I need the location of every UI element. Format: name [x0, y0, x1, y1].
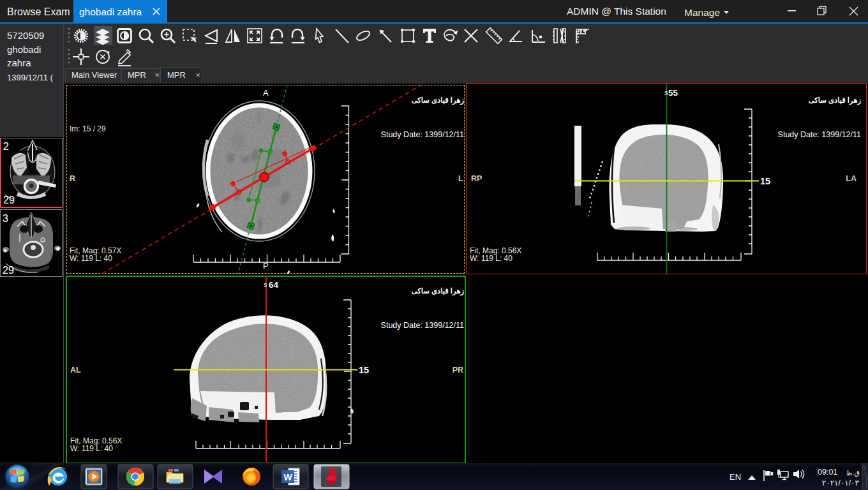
svg-text:A: A [263, 88, 269, 98]
svg-text:55: 55 [668, 88, 678, 98]
svg-text:AL: AL [70, 366, 81, 375]
svg-text:W: 119 L: 40: W: 119 L: 40 [470, 254, 513, 263]
svg-text:64: 64 [269, 280, 279, 290]
svg-text:RP: RP [471, 174, 482, 183]
svg-text:EN: EN [730, 472, 741, 482]
svg-text:زهرا قبادی ساکی: زهرا قبادی ساکی [809, 96, 862, 105]
svg-text:ق.ظ: ق.ظ [846, 469, 860, 477]
svg-text:09:01: 09:01 [818, 468, 837, 477]
svg-text:2: 2 [3, 141, 9, 152]
svg-text:Study Date: 1399/12/11: Study Date: 1399/12/11 [381, 321, 464, 330]
svg-text:LA: LA [846, 174, 857, 183]
svg-text:W: W [284, 472, 293, 482]
svg-text:زهرا قبادی ساکی: زهرا قبادی ساکی [412, 287, 465, 296]
svg-text:15: 15 [359, 365, 369, 375]
svg-text:3: 3 [3, 213, 8, 224]
svg-text:PR: PR [453, 366, 463, 375]
svg-text:P: P [263, 261, 269, 271]
svg-text:۲۰۲۱/۰۱/۰۳: ۲۰۲۱/۰۱/۰۳ [822, 479, 860, 487]
svg-text:L: L [458, 174, 463, 183]
svg-text:Study Date: 1399/12/11: Study Date: 1399/12/11 [778, 130, 861, 139]
svg-text:R: R [70, 174, 75, 183]
svg-text:Study Date: 1399/12/11: Study Date: 1399/12/11 [381, 130, 464, 139]
svg-text:Im: 15 / 29: Im: 15 / 29 [70, 124, 106, 133]
svg-text:15: 15 [760, 176, 770, 186]
svg-text:W: 119 L: 40: W: 119 L: 40 [70, 254, 112, 263]
svg-text:s: s [264, 281, 267, 288]
svg-text:29: 29 [3, 265, 14, 276]
svg-text:زهرا قبادی ساکی: زهرا قبادی ساکی [412, 96, 465, 105]
svg-text:29: 29 [3, 195, 15, 205]
svg-text:W: 119 L: 40: W: 119 L: 40 [70, 444, 113, 453]
